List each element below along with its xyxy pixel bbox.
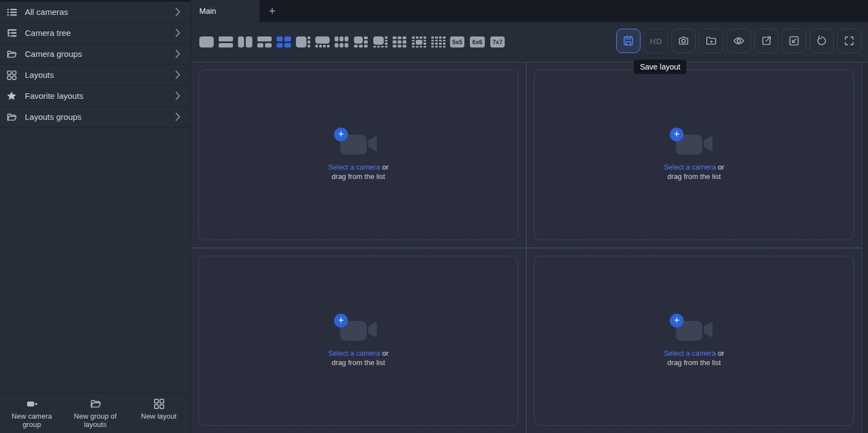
layout-1-plus-3-button[interactable] [295, 36, 310, 48]
tab-main[interactable]: Main [191, 0, 260, 22]
layout-2x2-button[interactable] [276, 36, 291, 48]
save-layout-button[interactable] [616, 29, 641, 53]
layout-4x4-button[interactable] [431, 36, 446, 48]
sidebar: All cameras Camera tree [0, 0, 191, 433]
archive-button[interactable] [699, 29, 723, 53]
tree-icon [6, 27, 18, 39]
layout-1-plus-12-icon [412, 36, 426, 47]
chevron-right-icon [175, 49, 181, 59]
placeholder-text-line1: Select a camera or [328, 348, 388, 358]
photo-camera-icon [677, 34, 690, 47]
layout-1-plus-2-button[interactable] [257, 36, 272, 48]
new-camera-group-button[interactable]: New camera group [0, 393, 63, 433]
fullscreen-button[interactable] [837, 29, 861, 53]
video-camera-icon: + [673, 314, 716, 344]
folder-icon [6, 111, 18, 123]
camera-placeholder: + Select a camera or drag from the list [664, 314, 724, 367]
camera-grid-area: + Select a camera or drag from the list … [191, 62, 868, 433]
add-tab-button[interactable]: + [260, 0, 285, 22]
layout-2-rows-icon [219, 36, 233, 47]
layout-1x1-button[interactable] [199, 36, 214, 48]
layout-5x5-button[interactable]: 5x5 [450, 36, 464, 47]
new-layout-button[interactable]: New layout [127, 393, 190, 433]
layout-1-plus-5-button[interactable] [353, 36, 368, 48]
sidebar-item-label: Layouts groups [25, 112, 82, 122]
folder-play-icon [705, 34, 718, 47]
camera-cell: + Select a camera or drag from the list [527, 62, 861, 247]
sidebar-item-layouts-groups[interactable]: Layouts groups [0, 107, 190, 128]
layout-2-cols-icon [238, 36, 252, 47]
placeholder-text-line1: Select a camera or [328, 162, 388, 172]
hd-label: HD [650, 36, 663, 46]
footer-button-label: New layout [141, 412, 176, 420]
footer-button-label: New group of layouts [67, 412, 124, 429]
layout-3x2-button[interactable] [334, 36, 349, 48]
fit-to-window-button[interactable] [782, 29, 806, 53]
layout-1-plus-7-icon [373, 36, 388, 47]
star-icon [6, 90, 18, 102]
layout-1-plus-7-button[interactable] [373, 36, 388, 48]
sidebar-item-label: Camera groups [25, 49, 82, 59]
add-camera-plus-icon[interactable]: + [334, 314, 348, 328]
share-icon [760, 34, 773, 47]
camera-cell: + Select a camera or drag from the list [191, 62, 526, 247]
refresh-button[interactable] [809, 29, 834, 53]
camera-grid: + Select a camera or drag from the list … [191, 62, 861, 433]
sidebar-item-label: Favorite layouts [25, 91, 83, 101]
video-camera-icon: + [337, 314, 380, 344]
sidebar-item-camera-groups[interactable]: Camera groups [0, 44, 190, 65]
sidebar-item-favorite-layouts[interactable]: Favorite layouts [0, 86, 190, 107]
camera-placeholder: + Select a camera or drag from the list [328, 128, 388, 181]
layout-3x3-icon [393, 36, 407, 47]
sidebar-item-camera-tree[interactable]: Camera tree [0, 23, 190, 44]
placeholder-text-line2: drag from the list [668, 358, 721, 367]
layout-4x4-icon [431, 36, 446, 47]
select-camera-link[interactable]: Select a camera [664, 163, 716, 171]
select-camera-link[interactable]: Select a camera [328, 163, 380, 171]
select-camera-link[interactable]: Select a camera [328, 349, 380, 357]
layout-2-cols-button[interactable] [237, 36, 252, 48]
sidebar-item-label: All cameras [25, 7, 68, 17]
view-button[interactable] [727, 29, 751, 53]
placeholder-text-line2: drag from the list [332, 172, 385, 181]
sidebar-item-layouts[interactable]: Layouts [0, 65, 190, 86]
layout-selector-strip: 5x5 6x6 7x7 [199, 36, 510, 48]
save-layout-tooltip: Save layout [634, 60, 686, 74]
layout-7x7-button[interactable]: 7x7 [490, 36, 505, 47]
chevron-right-icon [175, 70, 181, 80]
placeholder-text-line2: drag from the list [332, 358, 385, 367]
layout-1-plus-4-button[interactable] [315, 36, 330, 48]
sidebar-item-label: Camera tree [25, 28, 71, 38]
layout-1-plus-2-icon [257, 36, 272, 47]
floppy-icon [622, 34, 635, 47]
placeholder-text-line2: drag from the list [668, 172, 721, 181]
layout-3x2-icon [335, 36, 349, 47]
folder-icon [89, 397, 102, 410]
action-button-strip: HD [613, 29, 861, 53]
camera-cell: + Select a camera or drag from the list [527, 249, 861, 433]
chevron-right-icon [175, 112, 181, 122]
layout-6x6-button[interactable]: 6x6 [470, 36, 484, 47]
chevron-right-icon [175, 28, 181, 38]
list-icon [6, 6, 18, 18]
screenshot-button[interactable] [671, 29, 696, 53]
plus-icon: + [269, 4, 276, 18]
camera-app-window: All cameras Camera tree [0, 0, 868, 433]
layout-3x3-button[interactable] [392, 36, 407, 48]
layout-toolbar: 5x5 6x6 7x7 HD [191, 22, 868, 62]
layout-grid-icon [152, 397, 166, 410]
tab-label: Main [199, 7, 216, 15]
add-camera-plus-icon[interactable]: + [670, 314, 684, 328]
sidebar-item-label: Layouts [25, 70, 54, 80]
sidebar-item-all-cameras[interactable]: All cameras [0, 2, 190, 23]
chevron-right-icon [175, 91, 181, 101]
layout-grid-icon [6, 69, 18, 81]
hd-quality-button[interactable]: HD [644, 29, 668, 53]
fit-window-icon [787, 34, 801, 47]
layout-1-plus-12-button[interactable] [411, 36, 426, 48]
new-group-of-layouts-button[interactable]: New group of layouts [63, 393, 127, 433]
export-button[interactable] [754, 29, 779, 53]
video-camera-icon: + [337, 128, 380, 158]
layout-2-rows-button[interactable] [218, 36, 233, 48]
select-camera-link[interactable]: Select a camera [664, 349, 716, 357]
